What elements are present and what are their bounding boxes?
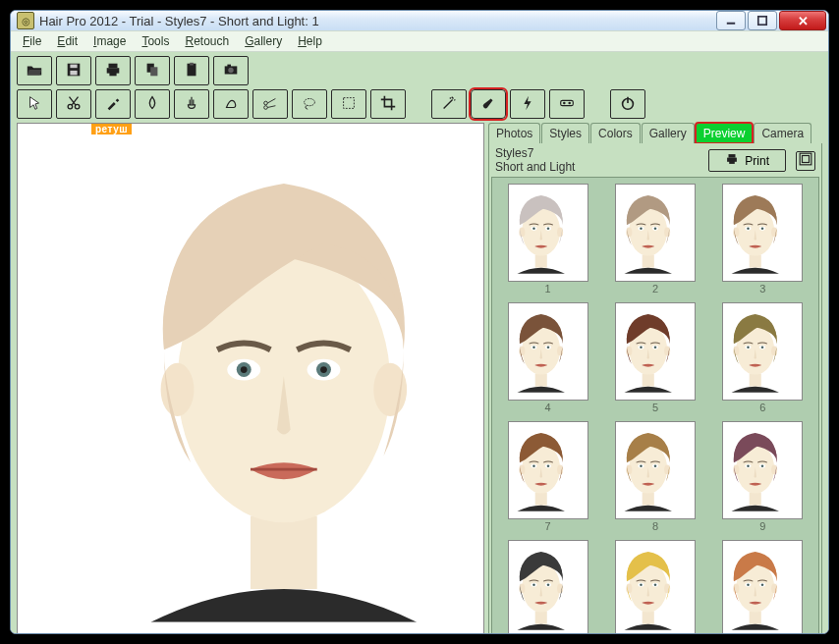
close-button[interactable]: ✕ xyxy=(779,11,826,30)
crop-tool[interactable] xyxy=(370,89,406,119)
tape-tool[interactable] xyxy=(549,89,585,119)
print-button[interactable] xyxy=(95,56,131,85)
preview-grid[interactable]: 1 2 3 4 5 6 7 8 9 10 11 12 xyxy=(491,177,819,634)
scissors-icon xyxy=(65,94,83,115)
menu-help[interactable]: Help xyxy=(290,31,330,51)
panel-print-button[interactable]: Print xyxy=(708,149,786,172)
paste-button[interactable] xyxy=(174,56,209,85)
warp-tool[interactable] xyxy=(213,89,249,119)
menu-gallery[interactable]: Gallery xyxy=(237,31,290,51)
tabs: Photos Styles Colors Gallery Preview Cam… xyxy=(488,123,822,143)
paste-icon xyxy=(183,61,200,81)
window-title: Hair Pro 2012 - Trial - Styles7 - Short … xyxy=(39,14,319,28)
thumb-label: 4 xyxy=(545,402,551,413)
svg-rect-41 xyxy=(803,156,810,163)
maximize-button[interactable] xyxy=(748,11,777,30)
app-icon: ◎ xyxy=(17,12,34,29)
client-area: ретуш Photos Styles Colors Gallery Previ… xyxy=(11,52,828,634)
menu-edit[interactable]: Edit xyxy=(49,31,85,51)
panel-head: Styles7 Short and Light Print xyxy=(491,145,819,177)
panel-print-label: Print xyxy=(745,154,769,168)
menu-image[interactable]: Image xyxy=(85,31,134,51)
flash-tool[interactable] xyxy=(510,89,545,119)
open-button[interactable] xyxy=(17,56,52,85)
tape-icon xyxy=(558,94,576,115)
thumb-label: 1 xyxy=(545,283,551,295)
svg-point-24 xyxy=(228,67,233,72)
preview-thumb[interactable]: 7 xyxy=(498,421,597,532)
tab-gallery[interactable]: Gallery xyxy=(642,123,695,143)
crop-icon xyxy=(379,94,397,115)
lasso-tool[interactable] xyxy=(292,89,327,119)
printer-icon xyxy=(725,152,739,169)
svg-point-34 xyxy=(568,101,571,104)
finger-icon xyxy=(183,94,200,115)
power-button[interactable] xyxy=(610,89,645,119)
wand-icon xyxy=(440,94,458,115)
preview-thumb[interactable]: 5 xyxy=(605,302,704,413)
selection-tool[interactable] xyxy=(331,89,366,119)
svg-rect-14 xyxy=(70,64,77,68)
watermark: ретуш xyxy=(91,124,132,134)
pointer-tool[interactable] xyxy=(17,89,52,119)
tab-camera[interactable]: Camera xyxy=(754,123,811,143)
eyedropper-icon xyxy=(104,94,122,115)
preview-thumb[interactable]: 12 xyxy=(713,540,812,634)
thumb-label: 8 xyxy=(652,520,658,532)
thumb-label: 7 xyxy=(545,520,551,532)
panel-title-line1: Styles7 xyxy=(495,147,575,161)
tab-photos[interactable]: Photos xyxy=(488,123,540,143)
menu-file[interactable]: File xyxy=(15,31,49,51)
smudge-tool[interactable] xyxy=(174,89,209,119)
svg-point-29 xyxy=(264,105,268,109)
tab-colors[interactable]: Colors xyxy=(590,123,641,143)
save-button[interactable] xyxy=(56,56,91,85)
menu-tools[interactable]: Tools xyxy=(134,31,177,51)
thumb-label: 9 xyxy=(759,520,765,532)
tab-styles[interactable]: Styles xyxy=(541,123,589,143)
tab-body: Styles7 Short and Light Print xyxy=(488,143,822,634)
minimize-button[interactable] xyxy=(716,11,746,30)
svg-rect-25 xyxy=(227,64,231,67)
marquee-icon xyxy=(340,94,358,115)
floppy-icon xyxy=(65,61,83,81)
folder-open-icon xyxy=(26,61,43,81)
cursor-icon xyxy=(26,94,43,115)
fullscreen-button[interactable] xyxy=(796,151,815,171)
power-icon xyxy=(619,94,637,115)
scissors-tool[interactable] xyxy=(56,89,91,119)
preview-thumb[interactable]: 6 xyxy=(713,302,812,413)
finger-paint-icon xyxy=(222,94,240,115)
preview-thumb[interactable]: 3 xyxy=(713,184,812,295)
camera-icon xyxy=(222,61,240,81)
go-out-tool[interactable] xyxy=(252,89,288,119)
eyedropper-tool[interactable] xyxy=(95,89,131,119)
preview-thumb[interactable]: 2 xyxy=(605,184,704,295)
svg-rect-16 xyxy=(109,63,118,68)
scissors-alt-icon xyxy=(261,94,279,115)
thumb-label: 5 xyxy=(652,402,658,413)
preview-thumb[interactable]: 10 xyxy=(498,540,597,634)
preview-thumb[interactable]: 8 xyxy=(605,421,704,532)
titlebar: ◎ Hair Pro 2012 - Trial - Styles7 - Shor… xyxy=(11,11,828,30)
menu-retouch[interactable]: Retouch xyxy=(177,31,237,51)
preview-thumb[interactable]: 1 xyxy=(498,184,597,295)
brush-icon xyxy=(479,94,497,115)
camera-button[interactable] xyxy=(213,56,249,85)
preview-thumb[interactable]: 9 xyxy=(713,421,812,532)
menubar: File Edit Image Tools Retouch Gallery He… xyxy=(11,30,828,52)
svg-rect-15 xyxy=(70,70,77,75)
preview-thumb[interactable]: 11 xyxy=(605,540,704,634)
copy-button[interactable] xyxy=(135,56,170,85)
svg-rect-21 xyxy=(188,63,196,76)
preview-thumb[interactable]: 4 xyxy=(498,302,597,413)
side-panel: Photos Styles Colors Gallery Preview Cam… xyxy=(488,123,822,634)
svg-point-33 xyxy=(563,101,566,104)
brush-tool[interactable] xyxy=(471,89,506,119)
canvas[interactable]: ретуш xyxy=(17,123,484,634)
toolbar-row-tools xyxy=(17,89,822,119)
svg-rect-12 xyxy=(758,17,766,25)
blur-tool[interactable] xyxy=(135,89,170,119)
wand-tool[interactable] xyxy=(431,89,467,119)
tab-preview[interactable]: Preview xyxy=(696,123,754,143)
